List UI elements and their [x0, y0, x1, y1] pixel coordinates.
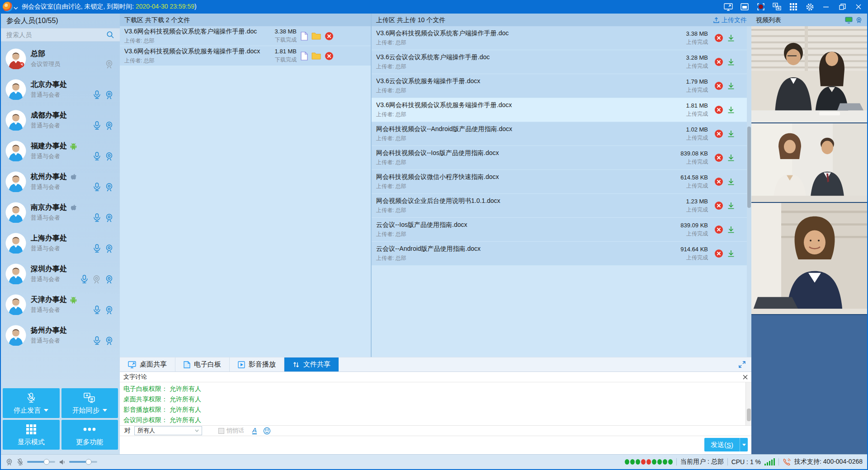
video-thumbnail-1[interactable] — [751, 26, 867, 123]
camera-icon[interactable] — [105, 336, 113, 345]
camera-icon[interactable] — [105, 306, 113, 315]
upload-file-row[interactable]: 云会议--Ios版产品使用指南.docx 上传者: 总部 839.09 KB 上… — [372, 218, 751, 242]
participant-row[interactable]: 成都办事处 普通与会者 — [1, 105, 120, 136]
participant-row[interactable]: 深圳办事处 普通与会者 — [1, 258, 120, 289]
chevron-down-icon[interactable] — [14, 7, 18, 10]
close-button[interactable] — [853, 1, 864, 12]
open-folder-icon[interactable] — [311, 32, 321, 40]
camera-icon[interactable] — [105, 183, 113, 192]
upload-file-row[interactable]: 网会科技视频会议微信小程序快速指南.docx 上传者: 总部 614.58 KB… — [372, 170, 751, 194]
participant-row[interactable]: 北京办事处 普通与会者 — [1, 74, 120, 105]
record-icon[interactable] — [755, 1, 767, 12]
tab-media-play[interactable]: 影音播放 — [230, 357, 284, 371]
delete-icon[interactable] — [714, 81, 723, 90]
dropdown-caret-icon[interactable] — [44, 409, 48, 412]
scrollbar-thumb[interactable] — [747, 127, 751, 208]
download-icon[interactable] — [727, 249, 735, 258]
upload-file-row[interactable]: V3.6云会议会议系统客户端操作手册.doc 上传者: 总部 3.28 MB 上… — [372, 50, 751, 74]
mic-volume-slider[interactable] — [27, 461, 55, 463]
scrollbar-thumb[interactable] — [747, 409, 751, 421]
delete-icon[interactable] — [325, 32, 334, 41]
camera-icon[interactable] — [105, 244, 113, 253]
tab-file-share[interactable]: 文件共享 — [284, 357, 339, 371]
download-icon[interactable] — [727, 178, 735, 186]
delete-icon[interactable] — [714, 33, 723, 42]
download-icon[interactable] — [727, 34, 735, 42]
fullscreen-window-icon[interactable] — [739, 1, 750, 12]
participant-row[interactable]: 总部 会议管理员 — [1, 43, 120, 74]
mic-icon[interactable] — [93, 213, 101, 222]
minimize-button[interactable] — [820, 1, 832, 12]
delete-icon[interactable] — [714, 177, 723, 186]
tab-whiteboard[interactable]: 电子白板 — [175, 357, 230, 371]
upload-file-row[interactable]: 网会科技视频会议--Android版产品使用指南.docx 上传者: 总部 1.… — [372, 122, 751, 146]
download-icon[interactable] — [727, 106, 735, 114]
screen-share-icon[interactable] — [722, 1, 734, 12]
settings-gear-icon[interactable] — [804, 1, 816, 12]
mic-icon[interactable] — [93, 336, 101, 345]
participant-row[interactable]: 天津办事处 普通与会者 — [1, 289, 120, 320]
chat-input-area[interactable]: 发送(S) — [120, 436, 751, 454]
screen-preview-icon[interactable] — [845, 17, 853, 24]
open-file-icon[interactable] — [300, 52, 308, 61]
participant-row[interactable]: 福建办事处 普通与会者 — [1, 136, 120, 166]
mic-icon[interactable] — [93, 244, 101, 253]
camera-icon[interactable] — [105, 90, 113, 99]
camera-icon[interactable] — [92, 275, 101, 284]
speaker-icon[interactable] — [59, 459, 66, 465]
mic-icon[interactable] — [93, 183, 101, 192]
mic-icon[interactable] — [93, 306, 101, 315]
maximize-restore-button[interactable] — [836, 1, 848, 12]
emoji-icon[interactable] — [263, 427, 271, 435]
send-dropdown-icon[interactable] — [740, 438, 748, 451]
mic-icon[interactable] — [93, 152, 101, 161]
delete-icon[interactable] — [714, 201, 723, 210]
chat-scrollbar[interactable] — [745, 382, 751, 425]
expand-panel-icon[interactable] — [733, 357, 751, 371]
slider-knob[interactable] — [86, 459, 92, 465]
download-icon[interactable] — [727, 154, 735, 162]
open-folder-icon[interactable] — [311, 52, 321, 60]
camera-small-icon[interactable] — [855, 17, 863, 24]
delete-icon[interactable] — [714, 105, 723, 114]
participant-row[interactable]: 扬州办事处 普通与会者 — [1, 320, 120, 351]
delete-icon[interactable] — [714, 153, 723, 162]
camera-icon[interactable] — [105, 121, 113, 130]
mic-icon[interactable] — [93, 121, 101, 130]
slider-knob[interactable] — [44, 459, 50, 465]
speaker-volume-slider[interactable] — [69, 461, 97, 463]
start-sync-button[interactable]: 开始同步 — [61, 388, 118, 418]
display-mode-button[interactable]: 显示模式 — [3, 420, 60, 450]
download-file-row[interactable]: V3.6网会科技视频会议系统客户端操作手册.doc 上传者: 总部 3.38 M… — [120, 26, 371, 46]
chat-close-icon[interactable] — [743, 375, 748, 380]
whisper-checkbox[interactable]: 悄悄话 — [218, 427, 244, 435]
webcam-status-icon[interactable] — [5, 458, 13, 466]
upload-file-row[interactable]: V3.6云会议系统服务端操作手册.docx 上传者: 总部 1.79 MB 上传… — [372, 74, 751, 98]
download-icon[interactable] — [727, 82, 735, 90]
camera-icon[interactable] — [105, 275, 113, 284]
video-thumbnail-2[interactable] — [751, 123, 867, 203]
delete-icon[interactable] — [325, 52, 334, 61]
delete-icon[interactable] — [714, 249, 723, 258]
delete-icon[interactable] — [714, 57, 723, 66]
participant-row[interactable]: 南京办事处 普通与会者 — [1, 197, 120, 228]
chat-recipient-select[interactable]: 所有人 — [134, 426, 202, 435]
tab-desktop-share[interactable]: 桌面共享 — [120, 357, 175, 371]
delete-icon[interactable] — [714, 129, 723, 138]
upload-file-row[interactable]: V3.6网会科技视频会议系统服务端操作手册.docx 上传者: 总部 1.81 … — [372, 98, 751, 122]
upload-file-row[interactable]: V3.6网会科技视频会议系统客户端操作手册.doc 上传者: 总部 3.38 M… — [372, 26, 751, 50]
download-icon[interactable] — [727, 58, 735, 66]
stop-speaking-button[interactable]: 停止发言 — [3, 388, 60, 418]
camera-icon[interactable] — [105, 60, 113, 69]
more-functions-button[interactable]: 更多功能 — [61, 420, 118, 450]
upload-file-row[interactable]: 网会科技视频会议--Ios版产品使用指南.docx 上传者: 总部 839.08… — [372, 146, 751, 170]
search-icon[interactable] — [106, 31, 114, 39]
layout-grid-icon[interactable] — [788, 1, 799, 12]
sync-share-icon[interactable] — [771, 1, 783, 12]
upload-file-row[interactable]: 网会视频会议企业后台使用说明书1.0.1.docx 上传者: 总部 1.23 M… — [372, 194, 751, 218]
delete-icon[interactable] — [714, 225, 723, 234]
mic-muted-status-icon[interactable] — [17, 458, 24, 466]
dropdown-caret-icon[interactable] — [103, 409, 107, 412]
participant-row[interactable]: 杭州办事处 普通与会者 — [1, 166, 120, 197]
upload-scrollbar[interactable] — [747, 26, 751, 357]
